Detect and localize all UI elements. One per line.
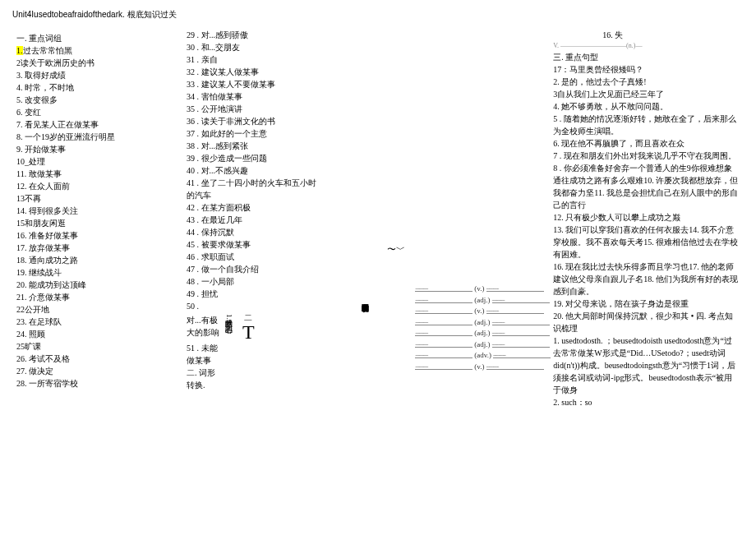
list-item: 16. 准备好做某事 [16,229,178,242]
list-item: 2. 是的，他过去个子真矮! [553,76,740,88]
list-item: 1. usedtodosth. ；beusedtodoisth usedtodo… [553,334,740,396]
list-item: 31 . 亲自 [187,53,316,66]
list-item: 38 . 对...感到紧张 [187,140,316,152]
list-item: 8 . 你必须准备好舍弃一个普通人的生9你很难想象通往成功之路有多么艰难10. … [553,162,740,211]
columns: 一. 重点词组 1.过去常常怕黑2读关于欧洲历史的书3. 取得好成绩4. 时常，… [12,29,744,408]
blank-row: ---------(adj.)--------- [413,339,545,351]
column-2: 29 . 对...感到骄傲30 . 和...交朋友31 . 亲自32 . 建议某… [182,29,320,408]
list-item: 4. 时常，不时地 [16,81,178,94]
list-item: 46 . 求职面试 [187,251,316,263]
list-item: 48 . 一小局部 [187,275,316,288]
list-item: 49 . 担忧 [187,288,316,300]
list-item: 3. 取得好成绩 [16,69,178,81]
col2-tail-c: 二. 词形转换. [187,367,219,391]
blank-row: ---------(v.)--------- [413,306,545,317]
wave-mark: 〜﹀ [325,242,406,256]
col5-top: 16. 失 [553,29,740,41]
list-item: 1.过去常常怕黑 [16,44,178,57]
list-item: 41 . 坐了二十四小时的火车和五小时的汽车 [187,177,316,201]
col1-title: 一. 重点词组 [16,32,178,44]
list-item: 19. 对父母来说，陪在孩子身边是很重 [553,297,740,310]
col5-vline: V. ——————————(n.)— [553,41,740,51]
list-item: 13. 我们可以穿我们喜欢的任何衣服去14. 我不介意穿校服。我不喜欢每天考15… [553,224,740,261]
list-item: 5 . 随着她的情况逐渐好转，她敢在全了，后来那么为全校师生演唱。 [553,113,740,137]
list-item: 37 . 如此好的一个主意 [187,127,316,140]
list-item: 35 . 公开地演讲 [187,103,316,115]
list-item: 22公开地 [16,303,178,316]
column-1: 一. 重点词组 1.过去常常怕黑2读关于欧洲历史的书3. 取得好成绩4. 时常，… [12,29,182,408]
list-item: 36 . 读关于非洲文化的书 [187,115,316,127]
list-item: 14. 得到很多关注 [16,205,178,217]
list-item: 30 . 和...交朋友 [187,41,316,53]
list-item: 18. 通向成功之路 [16,254,178,266]
blank-row: ---------(v.)--------- [413,284,545,295]
list-item: 27. 做决定 [16,365,178,377]
list-item: 45 . 被要求做某事 [187,238,316,251]
list-item: 21. 介意做某事 [16,291,178,303]
list-item: 28. 一所寄宿学校 [16,377,178,390]
list-item: 39 . 很少造成一些问题 [187,152,316,164]
list-item: 19. 继续战斗 [16,266,178,279]
list-item: 8. 一个19岁的亚洲流行明星 [16,131,178,143]
blank-row: ---------(adj.)--------- [413,328,545,339]
list-item: 15和朋友闲逛 [16,217,178,229]
list-item: 2读关于欧洲历史的书 [16,57,178,69]
list-item: 33 . 建议某人不要做某事 [187,78,316,90]
list-item: 17：马里奥曾经很矮吗？ [553,63,740,76]
list-item: 13不再 [16,192,178,205]
blank-row: ---------(adv.)--------- [413,350,545,362]
vert-hum: 幽默的1.担心的9. [223,314,234,325]
list-item: 10_处理 [16,155,178,168]
column-3: 〜﹀ 需要欧洲非洲亚洲害不精确建议的 [320,29,410,408]
col2-tail-b: 51 . 未能做某事 [187,342,219,367]
list-item: 9. 开始做某事 [16,143,178,155]
list-item: 6. 变红 [16,106,178,118]
list-item: 25旷课 [16,340,178,353]
list-item: 34 . 害怕做某事 [187,90,316,103]
list-item: 47 . 做一个自我介绍 [187,263,316,275]
column-4: ---------(v.)------------------(adj.)---… [409,29,549,408]
list-item: 40 . 对...不感兴趣 [187,164,316,177]
col5-title: 三. 重点句型 [553,51,740,63]
list-item: 20. 能成功到达顶峰 [16,279,178,291]
list-item: 23. 在足球队 [16,316,178,328]
list-item: 32 . 建议某人做某事 [187,66,316,78]
list-item: 7 . 现在和朋友们外出对我来说几乎不守在我周围。 [553,150,740,162]
list-item: 12. 在众人面前 [16,180,178,192]
list-item: 7. 看见某人正在做某事 [16,118,178,131]
blank-row: ---------(adj.)--------- [413,317,545,329]
list-item: 2. such：so [553,396,740,408]
blank-row: ---------(adj.)--------- [413,295,545,307]
list-item: 44 . 保持沉默 [187,226,316,238]
list-item: 16. 现在我比过去快乐得多而且学习也17. 他的老师建议他父母亲自跟儿子名18… [553,261,740,297]
list-item: 29 . 对...感到骄傲 [187,29,316,41]
col2-tail-a: 对...有极大的影响 [187,314,219,342]
list-item: 11. 敢做某事 [16,168,178,180]
list-item: 6. 现在他不再腼腆了，而且喜欢在众 [553,137,740,150]
list-item: 4. 她不够勇敢，从不敢问问题。 [553,100,740,113]
blank-row: ---------(v.)--------- [413,362,545,373]
list-item: 42 . 在某方面积极 [187,201,316,214]
list-item: 24. 照顾 [16,328,178,340]
doc-header: Unit4Iusedtobeafraidofthedark. 根底知识过关 [12,8,744,21]
list-item: 26. 考试不及格 [16,353,178,365]
list-item: 5. 改变很多 [16,94,178,106]
list-item: 50 . [187,300,316,312]
column-5: 16. 失 V. ——————————(n.)— 三. 重点句型 17：马里奥曾… [549,29,744,408]
list-item: 43 . 在最近几年 [187,214,316,226]
list-item: 20. 他大局部时间保持沉默，很少和其 • 四. 考点知识梳理 [553,310,740,334]
list-item: 12. 只有极少数人可以攀上成功之巅 [553,211,740,224]
big-T: T [242,322,255,342]
list-item: 17. 放弃做某事 [16,242,178,254]
list-item: 3自从我们上次见面已经三年了 [553,88,740,100]
